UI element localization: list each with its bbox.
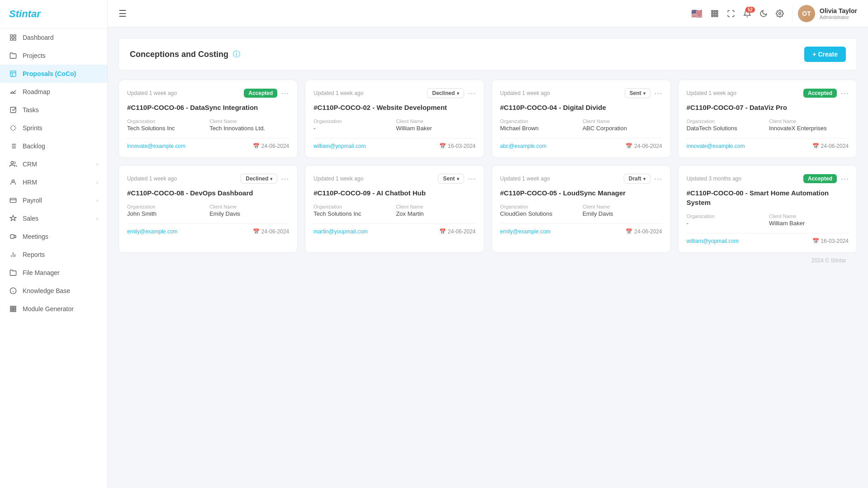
card-email[interactable]: innovate@example.com: [687, 143, 807, 149]
svg-point-6: [11, 161, 13, 164]
svg-rect-23: [716, 13, 718, 14]
notification-button[interactable]: 52: [743, 9, 751, 18]
svg-rect-21: [711, 13, 713, 14]
user-name: Olivia Taylor: [820, 7, 857, 14]
sidebar-item-crm[interactable]: CRM ›: [0, 155, 107, 173]
org-label: Organization: [313, 118, 393, 124]
org-field: Organization DataTech Solutions: [687, 118, 766, 132]
status-badge[interactable]: Sent ▾: [438, 174, 464, 184]
status-badge[interactable]: Draft ▾: [624, 174, 650, 184]
sidebar-item-reports[interactable]: Reports: [0, 246, 107, 264]
org-field: Organization John Smith: [127, 204, 207, 217]
sidebar-item-file-manager[interactable]: File Manager: [0, 264, 107, 282]
card-header-right: Declined ▾ ⋯: [241, 174, 289, 184]
card-email[interactable]: emily@example.com: [127, 228, 247, 235]
sidebar-item-label: Sales: [23, 215, 38, 222]
sidebar-item-sprints[interactable]: Sprints: [0, 119, 107, 137]
card-updated: Updated 1 week ago: [687, 90, 736, 96]
sidebar-item-proposals[interactable]: Proposals (CoCo): [0, 65, 107, 83]
card-fields: Organization Tech Solutions Inc Client N…: [313, 204, 475, 217]
sidebar-item-payroll[interactable]: Payroll ›: [0, 191, 107, 209]
org-value: John Smith: [127, 210, 207, 217]
card-email[interactable]: william@yopmail.com: [313, 143, 434, 149]
sidebar-item-sales[interactable]: Sales ›: [0, 209, 107, 227]
apps-button[interactable]: [711, 9, 719, 18]
svg-rect-3: [14, 38, 16, 40]
chevron-right-icon: ›: [96, 180, 98, 185]
sidebar-item-roadmap[interactable]: Roadmap: [0, 83, 107, 101]
svg-rect-24: [711, 15, 713, 16]
sidebar-item-label: Meetings: [23, 233, 48, 240]
svg-rect-19: [714, 10, 716, 12]
user-info[interactable]: OT Olivia Taylor Administrator: [792, 5, 857, 22]
proposal-card[interactable]: Updated 1 week ago Sent ▾ ⋯ #C110P-COCO-…: [492, 80, 671, 158]
org-value: DataTech Solutions: [687, 125, 766, 132]
card-header-right: Accepted ⋯: [244, 88, 289, 98]
card-email[interactable]: abc@example.com: [500, 143, 621, 149]
calendar-icon: 📅: [812, 143, 819, 149]
more-options-button[interactable]: ⋯: [654, 88, 662, 98]
client-label: Client Name: [396, 204, 475, 209]
more-options-button[interactable]: ⋯: [654, 174, 662, 184]
svg-rect-0: [10, 35, 13, 37]
client-field: Client Name Tech Innovations Ltd.: [209, 118, 289, 132]
status-badge[interactable]: Declined ▾: [427, 88, 464, 98]
proposal-card[interactable]: Updated 1 week ago Accepted ⋯ #C110P-COC…: [678, 80, 857, 158]
org-label: Organization: [687, 118, 766, 124]
card-header-right: Accepted ⋯: [803, 88, 849, 98]
user-role: Administrator: [820, 14, 857, 20]
proposal-card[interactable]: Updated 1 week ago Accepted ⋯ #C110P-COC…: [119, 80, 298, 158]
card-footer: innovate@example.com 📅 24-06-2024: [127, 138, 289, 149]
card-footer: innovate@example.com 📅 24-06-2024: [687, 138, 849, 149]
more-options-button[interactable]: ⋯: [281, 88, 289, 98]
more-options-button[interactable]: ⋯: [840, 88, 849, 98]
sidebar-item-module-generator[interactable]: Module Generator: [0, 300, 107, 318]
card-email[interactable]: innovate@example.com: [127, 143, 247, 149]
more-options-button[interactable]: ⋯: [281, 174, 289, 184]
status-badge[interactable]: Sent ▾: [625, 88, 650, 98]
card-email[interactable]: william@yopmail.com: [687, 238, 807, 244]
card-email[interactable]: martin@youpmail.com: [313, 228, 434, 235]
card-fields: Organization Tech Solutions Inc Client N…: [127, 118, 289, 132]
theme-toggle-button[interactable]: [759, 9, 768, 18]
avatar: OT: [798, 5, 815, 22]
proposal-card[interactable]: Updated 1 week ago Sent ▾ ⋯ #C110P-COCO-…: [305, 165, 484, 253]
sidebar-item-dashboard[interactable]: Dashboard: [0, 28, 107, 47]
client-label: Client Name: [396, 118, 475, 124]
sidebar-item-projects[interactable]: Projects: [0, 47, 107, 65]
header-icons: 🇺🇸 52 OT Olivia Taylor Administ: [691, 5, 857, 22]
sidebar-item-label: Dashboard: [23, 34, 54, 41]
more-options-button[interactable]: ⋯: [468, 88, 476, 98]
sidebar-item-tasks[interactable]: Tasks: [0, 101, 107, 119]
sidebar-item-knowledge-base[interactable]: Knowledge Base: [0, 282, 107, 300]
org-label: Organization: [500, 204, 580, 209]
language-flag[interactable]: 🇺🇸: [691, 8, 702, 19]
more-options-button[interactable]: ⋯: [468, 174, 476, 184]
create-button[interactable]: + Create: [804, 47, 846, 62]
module-generator-icon: [9, 305, 17, 313]
sidebar-item-hrm[interactable]: HRM ›: [0, 173, 107, 191]
more-options-button[interactable]: ⋯: [840, 174, 849, 184]
org-value: -: [687, 220, 766, 227]
hamburger-button[interactable]: ☰: [119, 8, 127, 19]
card-title: #C110P-COCO-06 - DataSync Integration: [127, 103, 289, 112]
client-label: Client Name: [583, 118, 662, 124]
proposal-card[interactable]: Updated 3 months ago Accepted ⋯ #C110P-C…: [678, 165, 857, 253]
proposal-card[interactable]: Updated 1 week ago Draft ▾ ⋯ #C110P-COCO…: [492, 165, 671, 253]
proposal-card[interactable]: Updated 1 week ago Declined ▾ ⋯ #C110P-C…: [119, 165, 298, 253]
settings-button[interactable]: [776, 9, 784, 18]
calendar-icon: 📅: [439, 228, 446, 235]
info-icon[interactable]: ⓘ: [233, 50, 240, 59]
client-value: InnovateX Enterprises: [769, 125, 849, 132]
calendar-icon: 📅: [439, 143, 446, 149]
calendar-icon: 📅: [626, 228, 632, 235]
sidebar-item-meetings[interactable]: Meetings: [0, 227, 107, 246]
card-email[interactable]: emily@example.com: [500, 228, 621, 235]
svg-rect-9: [10, 306, 12, 308]
fullscreen-button[interactable]: [727, 9, 735, 18]
sidebar-item-backlog[interactable]: Backlog: [0, 137, 107, 155]
proposal-card[interactable]: Updated 1 week ago Declined ▾ ⋯ #C110P-C…: [305, 80, 484, 158]
status-badge[interactable]: Declined ▾: [241, 174, 277, 184]
card-updated: Updated 3 months ago: [687, 175, 741, 182]
card-updated: Updated 1 week ago: [313, 90, 363, 96]
